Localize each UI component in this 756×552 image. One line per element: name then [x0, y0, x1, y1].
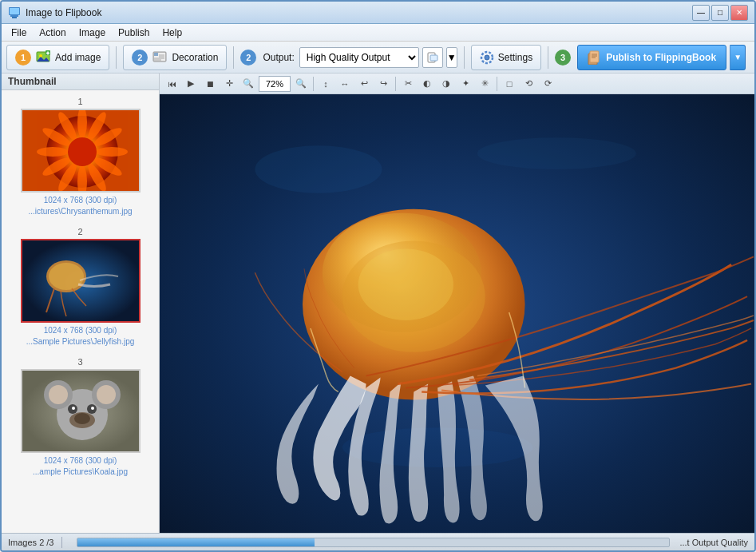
- crop-button[interactable]: ✂: [399, 75, 417, 93]
- thumb-img-2[interactable]: [21, 239, 141, 323]
- frame-button[interactable]: □: [501, 75, 518, 93]
- menu-file[interactable]: File: [5, 26, 33, 40]
- decoration-label: Decoration: [172, 52, 218, 63]
- fit-button[interactable]: ✛: [220, 75, 238, 93]
- title-controls: — □ ✕: [692, 5, 748, 21]
- page-format-button[interactable]: [422, 47, 443, 68]
- right-panel: ⏮ ▶ ⏹ ✛ 🔍 🔍 ↕ ↔ ↩ ↪ ✂ ◐ ◑ ✦ ✳ □ ⟲: [160, 73, 754, 533]
- thumb-num-2: 2: [5, 227, 156, 236]
- output-select[interactable]: High Quality Output Standard Output Smal…: [299, 47, 419, 68]
- svg-rect-18: [430, 55, 437, 61]
- svg-point-49: [49, 385, 68, 404]
- svg-point-19: [485, 55, 489, 60]
- zoom-out-button[interactable]: 🔍: [292, 75, 310, 93]
- koala-thumb-svg: [22, 371, 141, 453]
- sep2: [233, 46, 234, 69]
- content-area: Thumbnail 1: [2, 73, 754, 533]
- add-image-label: Add image: [55, 52, 101, 63]
- menu-publish[interactable]: Publish: [112, 26, 156, 40]
- step1-circle: 1: [15, 50, 31, 66]
- nav-first-button[interactable]: ⏮: [163, 75, 180, 93]
- app-icon: [8, 6, 21, 19]
- publish-button[interactable]: Publish to FlippingBook: [577, 45, 726, 70]
- thumbnail-item-2[interactable]: 2: [5, 227, 156, 347]
- svg-point-56: [91, 407, 94, 410]
- main-window: Image to Flipbook — □ ✕ File Action Imag…: [0, 0, 756, 552]
- status-output: ...t Output Quality: [679, 538, 748, 547]
- rotate-right-button[interactable]: ↪: [374, 75, 392, 93]
- add-image-button[interactable]: 1 Add image: [6, 45, 109, 70]
- status-progress: [77, 538, 670, 547]
- jellyfish-thumb-svg: [22, 240, 141, 323]
- svg-rect-1: [10, 8, 19, 14]
- decoration-icon: [152, 50, 168, 66]
- nav-stop-button[interactable]: ⏹: [201, 75, 219, 93]
- svg-rect-3: [12, 17, 17, 18]
- effects-button[interactable]: ✳: [476, 75, 493, 93]
- image-toolbar: ⏮ ▶ ⏹ ✛ 🔍 🔍 ↕ ↔ ↩ ↪ ✂ ◐ ◑ ✦ ✳ □ ⟲: [160, 73, 754, 94]
- thumb-info-3: 1024 x 768 (300 dpi) ...ample Pictures\K…: [5, 455, 156, 478]
- nav-play-button[interactable]: ▶: [182, 75, 200, 93]
- undo-button[interactable]: ⟲: [520, 75, 537, 93]
- sep4: [548, 46, 548, 69]
- step2b-circle: 2: [240, 50, 256, 66]
- svg-point-31: [96, 147, 128, 157]
- sharpen-button[interactable]: ✦: [457, 75, 474, 93]
- thumbnail-item-1[interactable]: 1: [5, 97, 156, 217]
- status-bar: Images 2 /3 ...t Output Quality: [2, 533, 754, 550]
- publish-dropdown[interactable]: ▼: [730, 45, 746, 70]
- menu-image[interactable]: Image: [73, 26, 112, 40]
- decoration-button[interactable]: 2 Decoration: [123, 45, 227, 70]
- img-toolbar-sep2: [395, 77, 396, 91]
- thumb-img-1[interactable]: [21, 109, 141, 193]
- svg-point-59: [255, 145, 382, 193]
- zoom-input[interactable]: [259, 76, 291, 92]
- preview-area: [160, 94, 754, 533]
- maximize-button[interactable]: □: [711, 5, 729, 21]
- svg-point-60: [477, 137, 636, 169]
- brightness-button[interactable]: ◑: [437, 75, 455, 93]
- thumb-info-1: 1024 x 768 (300 dpi) ...ictures\Chrysant…: [5, 195, 156, 217]
- settings-button[interactable]: Settings: [471, 45, 541, 70]
- publish-label: Publish to FlippingBook: [606, 52, 716, 63]
- zoom-in-button[interactable]: 🔍: [239, 75, 257, 93]
- thumb-num-3: 3: [5, 357, 156, 367]
- thumbnail-panel: Thumbnail 1: [2, 73, 160, 533]
- svg-point-65: [358, 248, 453, 320]
- thumbnail-header: Thumbnail: [2, 73, 159, 90]
- flip-v-button[interactable]: ↕: [317, 75, 334, 93]
- reset-button[interactable]: ⟳: [539, 75, 556, 93]
- step2-circle: 2: [132, 50, 148, 66]
- menu-action[interactable]: Action: [33, 26, 72, 40]
- step3-circle: 3: [555, 50, 571, 66]
- title-bar-text: Image to Flipbook: [26, 7, 692, 18]
- svg-point-40: [68, 137, 97, 166]
- minimize-button[interactable]: —: [692, 5, 710, 21]
- sep3: [464, 46, 465, 69]
- title-bar: Image to Flipbook — □ ✕: [2, 2, 754, 24]
- page-format-icon: [427, 52, 438, 63]
- close-button[interactable]: ✕: [730, 5, 748, 21]
- thumbnail-item-3[interactable]: 3: [5, 357, 156, 478]
- flip-h-button[interactable]: ↔: [336, 75, 354, 93]
- rotate-left-button[interactable]: ↩: [355, 75, 373, 93]
- menu-bar: File Action Image Publish Help: [2, 24, 754, 42]
- settings-label: Settings: [498, 52, 532, 63]
- preview-svg: [160, 94, 754, 533]
- svg-point-55: [72, 407, 75, 410]
- sep1: [116, 46, 117, 69]
- menu-help[interactable]: Help: [156, 26, 188, 40]
- status-sep1: [61, 537, 62, 548]
- status-progress-fill: [77, 538, 314, 546]
- thumb-info-2: 1024 x 768 (300 dpi) ...Sample Pictures\…: [5, 325, 156, 347]
- svg-rect-12: [154, 53, 158, 56]
- chrysanthemum-svg: [22, 110, 141, 193]
- svg-point-44: [49, 263, 84, 290]
- contrast-button[interactable]: ◐: [418, 75, 436, 93]
- thumb-num-1: 1: [5, 97, 156, 106]
- thumb-img-3[interactable]: [21, 369, 141, 453]
- output-label: Output:: [263, 52, 294, 63]
- thumbnail-scroll[interactable]: 1: [2, 90, 159, 533]
- status-images: Images 2 /3: [8, 538, 53, 547]
- page-format-dropdown[interactable]: ▼: [446, 47, 457, 68]
